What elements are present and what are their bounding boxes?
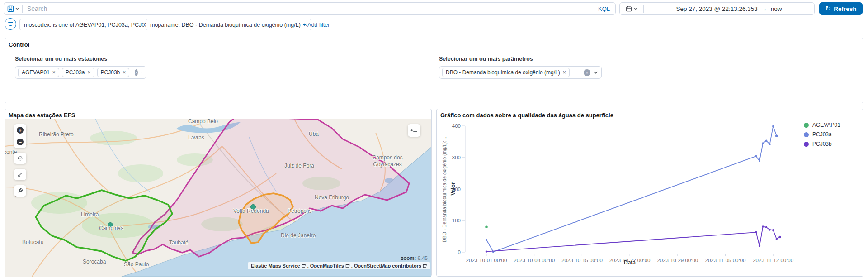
filter-menu-icon[interactable] [5, 18, 16, 30]
date-range-end[interactable]: now [771, 5, 782, 12]
y-axis-title-outer: DBO - Demanda bioquímica de oxigênio (mg… [442, 135, 447, 242]
map-attribution: Elastic Maps Service , OpenMapTiles , Op… [248, 262, 430, 269]
refresh-icon: ↻ [826, 5, 831, 13]
map-label: Botucatu [22, 239, 43, 245]
parameter-pill-label: DBO - Demanda bioquímica de oxigênio (mg… [446, 69, 560, 76]
filter-pill-mopaname[interactable]: mopaname: DBO - Demanda bioquímica de ox… [146, 19, 311, 30]
attribution-link[interactable]: Elastic Maps Service [251, 263, 300, 268]
map-tools-button[interactable] [14, 185, 26, 197]
save-icon [7, 5, 14, 12]
map-zoom-group: + − [14, 124, 26, 148]
chart-legend: AGEVAP01 PCJ03a PCJ03b [804, 122, 840, 147]
close-icon[interactable]: × [123, 69, 126, 76]
zoom-out-button[interactable]: − [14, 136, 26, 148]
map-zoom-level: zoom: 6.45 [401, 255, 428, 261]
refresh-label: Refresh [834, 5, 856, 12]
crosshair-icon [17, 155, 24, 162]
map-panel-title[interactable]: Mapa das estações EFS [9, 112, 75, 119]
external-link-icon [302, 264, 306, 268]
parameters-control-label: Selecionar um ou mais parâmetros [439, 56, 533, 62]
saved-query-button[interactable] [4, 3, 22, 14]
expand-icon [17, 171, 24, 178]
parameters-combo-box[interactable]: DBO - Demanda bioquímica de oxigênio (mg… [439, 66, 602, 79]
legend-item[interactable]: PCJ03b [804, 141, 840, 147]
search-input[interactable] [23, 5, 593, 12]
map-label: Ubá [309, 131, 319, 137]
fit-to-data-button[interactable] [14, 169, 26, 180]
map-label: São Paulo [124, 261, 149, 268]
svg-text:300: 300 [452, 155, 461, 160]
map-label: Nova Friburgo [315, 194, 349, 201]
attribution-link[interactable]: OpenMapTiles [310, 263, 344, 268]
collapse-legend-icon [410, 127, 418, 134]
chevron-down-icon[interactable] [593, 70, 599, 75]
filter-pill-moscodex[interactable]: moscodex: is one of AGEVAP01, PCJ03a, PC… [19, 19, 162, 30]
control-panel: Control Selecionar um ou mais estaciones… [5, 38, 863, 103]
stations-control-label: Selecionar um ou mais estaciones [15, 56, 107, 62]
map-canvas[interactable]: conte Ribeirão Preto Campo Belo Lavras U… [5, 119, 431, 277]
map-label: Campinas [99, 225, 123, 231]
date-quick-menu[interactable] [620, 5, 643, 12]
date-range-text[interactable]: Sep 27, 2023 @ 22:13:26.353 → now [644, 5, 814, 12]
map-label: Campo Belo [188, 119, 218, 125]
chevron-down-icon [633, 6, 638, 11]
legend-label: AGEVAP01 [812, 122, 840, 128]
map-label: Ribeirão Preto [39, 131, 74, 138]
map-label: Juiz de Fora [284, 163, 314, 169]
clear-selection-icon[interactable]: × [135, 69, 138, 76]
minus-icon: − [17, 139, 24, 145]
close-icon[interactable]: × [88, 69, 91, 76]
wrench-icon [17, 187, 24, 194]
line-chart[interactable]: 01002003004002023-10-01 00:002023-10-08 … [437, 109, 863, 276]
filter-pill-label: moscodex: is one of AGEVAP01, PCJ03a, PC… [24, 22, 151, 28]
close-icon[interactable]: × [563, 69, 566, 76]
y-axis-title: Valor [450, 182, 456, 195]
legend-item[interactable]: PCJ03a [804, 131, 840, 138]
svg-text:2023-11-05 00:00: 2023-11-05 00:00 [705, 258, 746, 263]
calendar-icon [626, 5, 632, 12]
map-label: Taubaté [169, 240, 189, 246]
legend-dot [804, 123, 809, 128]
map-label: Sorocaba [83, 259, 106, 265]
legend-dot [804, 142, 809, 147]
svg-text:2023-11-12 00:00: 2023-11-12 00:00 [753, 258, 793, 263]
svg-text:2023-10-01 00:00: 2023-10-01 00:00 [466, 258, 507, 263]
arrow-right-icon: → [761, 5, 767, 12]
station-pill[interactable]: PCJ03b × [97, 68, 130, 77]
legend-dot [804, 132, 809, 137]
x-axis-title: Data [624, 259, 636, 266]
station-pill[interactable]: PCJ03a × [62, 68, 94, 77]
add-filter-button[interactable]: + Add filter [303, 22, 330, 28]
svg-text:100: 100 [452, 218, 461, 223]
zoom-in-button[interactable]: + [14, 125, 26, 136]
control-panel-title[interactable]: Control [9, 41, 29, 48]
clear-selection-icon[interactable]: × [584, 69, 590, 76]
legend-label: PCJ03b [812, 141, 832, 147]
close-icon[interactable]: × [52, 69, 56, 76]
map-graphic [5, 119, 431, 277]
svg-text:2023-10-08 00:00: 2023-10-08 00:00 [514, 258, 555, 263]
map-label: Campos dos Goytacazes [367, 154, 408, 168]
plus-icon: + [17, 127, 24, 134]
external-link-icon [345, 264, 350, 268]
parameter-pill[interactable]: DBO - Demanda bioquímica de oxigênio (mg… [442, 68, 570, 77]
date-range-start[interactable]: Sep 27, 2023 @ 22:13:26.353 [676, 5, 757, 12]
query-bar: KQL [4, 2, 616, 15]
chevron-down-icon[interactable] [141, 70, 143, 75]
refresh-button[interactable]: ↻ Refresh [819, 2, 863, 15]
map-label: Petrópolis [288, 208, 311, 214]
station-pill[interactable]: AGEVAP01 × [18, 68, 59, 77]
station-pill-label: AGEVAP01 [22, 69, 50, 76]
map-legend-toggle[interactable] [408, 124, 420, 137]
map-label: Lavras [188, 134, 204, 141]
kql-button[interactable]: KQL [593, 5, 615, 12]
svg-text:0: 0 [458, 249, 461, 255]
filter-pill-label: mopaname: DBO - Demanda bioquímica de ox… [150, 22, 301, 28]
date-picker[interactable]: Sep 27, 2023 @ 22:13:26.353 → now [619, 2, 815, 15]
attribution-link[interactable]: OpenStreetMap contributors [354, 263, 421, 268]
set-view-button[interactable] [14, 153, 26, 164]
stations-combo-box[interactable]: AGEVAP01 × PCJ03a × PCJ03b × × [15, 66, 146, 79]
svg-text:2023-10-29 00:00: 2023-10-29 00:00 [657, 258, 698, 263]
svg-text:2023-10-15 00:00: 2023-10-15 00:00 [561, 258, 603, 263]
legend-item[interactable]: AGEVAP01 [804, 122, 840, 128]
